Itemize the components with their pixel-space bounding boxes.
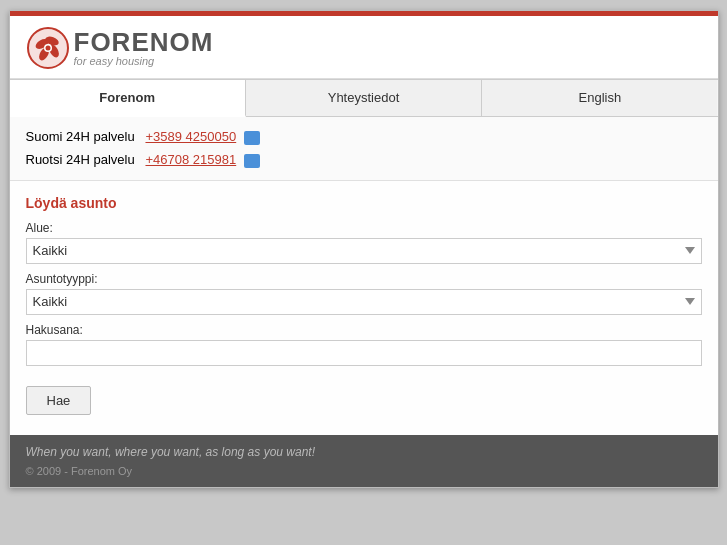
suomi-phone-icon: [244, 131, 260, 145]
tab-english[interactable]: English: [482, 80, 717, 116]
type-group: Asuntotyyppi: Kaikki: [26, 272, 702, 315]
footer: When you want, where you want, as long a…: [10, 435, 718, 487]
logo-tagline: for easy housing: [74, 55, 214, 67]
logo-name: FORENOM: [74, 29, 214, 55]
area-select[interactable]: Kaikki: [26, 238, 702, 264]
nav-tabs: Forenom Yhteystiedot English: [10, 79, 718, 117]
tab-forenom[interactable]: Forenom: [10, 80, 246, 117]
area-label: Alue:: [26, 221, 702, 235]
type-select[interactable]: Kaikki: [26, 289, 702, 315]
main-content: Löydä asunto Alue: Kaikki Asuntotyyppi: …: [10, 181, 718, 435]
logo-icon: [26, 26, 70, 70]
contact-section: Suomi 24H palvelu +3589 4250050 Ruotsi 2…: [10, 117, 718, 181]
footer-copyright: © 2009 - Forenom Oy: [26, 465, 702, 477]
ruotsi-phone-icon: [244, 154, 260, 168]
keyword-label: Hakusana:: [26, 323, 702, 337]
ruotsi-phone[interactable]: +46708 215981: [145, 152, 236, 167]
area-group: Alue: Kaikki: [26, 221, 702, 264]
search-button[interactable]: Hae: [26, 386, 92, 415]
suomi-label: Suomi 24H palvelu: [26, 129, 135, 144]
ruotsi-contact: Ruotsi 24H palvelu +46708 215981: [26, 148, 702, 171]
keyword-group: Hakusana:: [26, 323, 702, 366]
find-home-title: Löydä asunto: [26, 195, 702, 211]
suomi-contact: Suomi 24H palvelu +3589 4250050: [26, 125, 702, 148]
header: FORENOM for easy housing: [10, 16, 718, 79]
footer-slogan: When you want, where you want, as long a…: [26, 445, 702, 459]
type-label: Asuntotyyppi:: [26, 272, 702, 286]
keyword-input[interactable]: [26, 340, 702, 366]
ruotsi-label: Ruotsi 24H palvelu: [26, 152, 135, 167]
svg-point-7: [45, 46, 50, 51]
tab-yhteystiedot[interactable]: Yhteystiedot: [246, 80, 482, 116]
logo-text: FORENOM for easy housing: [74, 29, 214, 67]
suomi-phone[interactable]: +3589 4250050: [145, 129, 236, 144]
